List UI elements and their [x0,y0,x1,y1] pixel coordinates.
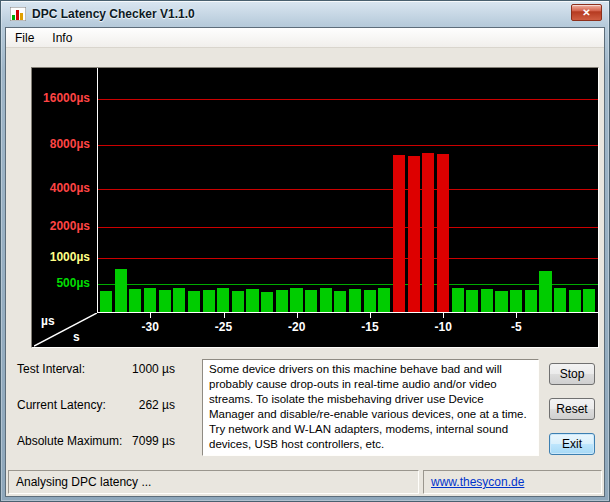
close-icon: ✕ [582,7,590,18]
stat-value: 7099 µs [132,434,175,448]
status-text: Analysing DPC latency ... [8,470,419,494]
latency-bar [495,291,507,312]
titlebar[interactable]: DPC Latency Checker V1.1.0 ✕ [1,1,609,27]
latency-bar [452,288,464,312]
reset-button[interactable]: Reset [549,398,595,420]
axis-corner: µs s [34,313,97,347]
stat-test-interval: Test Interval: 1000 µs [17,362,175,376]
app-icon [10,7,26,21]
menu-file[interactable]: File [6,28,43,47]
latency-bar [261,292,273,312]
latency-bar [173,288,185,312]
latency-bar [188,291,200,312]
latency-bar [144,288,156,312]
latency-chart: µs s 500µs1000µs2000µs4000µs8000µs16000µ… [31,67,599,348]
latency-bar [349,289,361,312]
latency-bar [378,288,390,312]
latency-bar [408,156,420,312]
gridline-500 [98,284,598,285]
x-tick-label: -10 [423,320,463,334]
x-tick [516,313,517,318]
stop-button[interactable]: Stop [549,363,595,385]
y-unit-label: µs [41,314,55,328]
latency-bar [159,290,171,312]
latency-bar [203,290,215,312]
y-axis-line [97,68,98,313]
latency-bar [554,288,566,312]
stat-label: Test Interval: [17,362,85,376]
menu-info[interactable]: Info [43,28,81,47]
menubar: File Info [6,28,604,48]
diagnosis-text: Some device drivers on this machine beha… [202,359,539,456]
latency-bar [305,290,317,312]
stat-label: Absolute Maximum: [17,434,122,448]
gridline-8000 [98,145,598,146]
gridline-2000 [98,227,598,228]
latency-bar [393,155,405,312]
gridline-1000 [98,258,598,259]
y-axis-label-1000: 1000µs [32,250,90,264]
latency-bar [364,290,376,312]
y-axis-label-2000: 2000µs [32,219,90,233]
stat-value: 1000 µs [132,362,175,376]
latency-bar [115,269,127,312]
latency-bar [583,289,595,312]
latency-bar [525,290,537,312]
close-button[interactable]: ✕ [571,4,602,21]
x-tick [370,313,371,318]
latency-bar [510,290,522,312]
gridline-16000 [98,99,598,100]
x-unit-label: s [73,330,80,344]
latency-bar [539,271,551,312]
latency-bar [466,290,478,312]
latency-bar [334,291,346,312]
latency-bar [422,153,434,312]
stat-current-latency: Current Latency: 262 µs [17,398,175,412]
x-tick-label: -15 [350,320,390,334]
latency-bar [100,291,112,312]
gridline-4000 [98,189,598,190]
x-axis-line [97,312,598,313]
statusbar: Analysing DPC latency ... www.thesycon.d… [8,470,602,494]
latency-bar [320,288,332,312]
thesycon-link[interactable]: www.thesycon.de [431,475,524,489]
x-tick [150,313,151,318]
latency-bar [569,290,581,312]
latency-bar [481,289,493,312]
y-axis-label-4000: 4000µs [32,181,90,195]
stats-panel: Test Interval: 1000 µs Current Latency: … [17,362,175,470]
stat-label: Current Latency: [17,398,106,412]
exit-button[interactable]: Exit [549,433,595,455]
client-area: File Info µs s 500µs1000µs2000µs4000µs80… [5,27,605,497]
latency-bar [276,290,288,312]
latency-bar [246,289,258,312]
y-axis-label-500: 500µs [32,276,90,290]
x-tick-label: -20 [277,320,317,334]
stat-absolute-maximum: Absolute Maximum: 7099 µs [17,434,175,448]
latency-bar [290,288,302,312]
x-tick [297,313,298,318]
stat-value: 262 µs [139,398,175,412]
chart-canvas: µs s 500µs1000µs2000µs4000µs8000µs16000µ… [32,68,598,347]
status-link-cell: www.thesycon.de [423,470,602,494]
latency-bar [129,289,141,312]
latency-bar [232,291,244,312]
x-tick-label: -5 [496,320,536,334]
latency-bar [217,288,229,312]
window-title: DPC Latency Checker V1.1.0 [32,7,195,21]
app-window: DPC Latency Checker V1.1.0 ✕ File Info µ… [0,0,610,502]
y-axis-label-8000: 8000µs [32,137,90,151]
x-tick-label: -30 [130,320,170,334]
x-tick-label: -25 [204,320,244,334]
x-tick [224,313,225,318]
button-column: Stop Reset Exit [549,363,595,468]
y-axis-label-16000: 16000µs [32,91,90,105]
latency-bar [437,154,449,312]
x-tick [443,313,444,318]
